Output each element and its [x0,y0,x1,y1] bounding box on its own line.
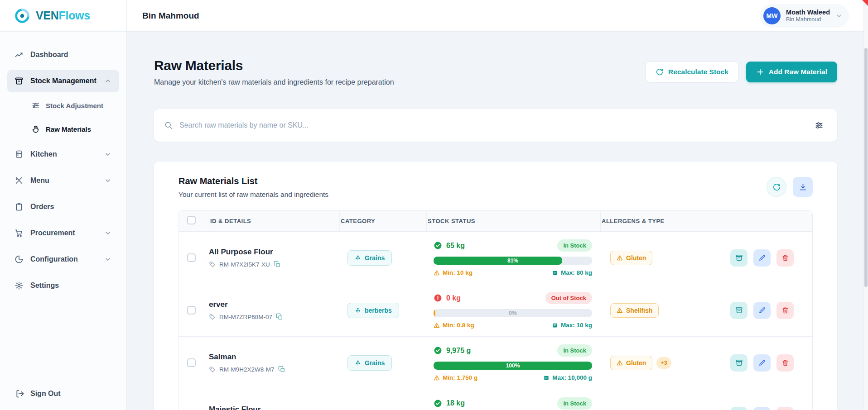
minmax-row: Min: 10 kg Max: 80 kg [434,269,592,276]
stock-adjust-button[interactable] [730,302,747,319]
progress-label: 81% [434,257,592,264]
sidebar-item-menu[interactable]: Menu [7,169,119,192]
quantity-value: 18 kg [446,399,465,407]
category-badge[interactable]: berberbs [347,303,399,318]
delete-button[interactable] [776,354,794,372]
sidebar-item-label: Settings [30,281,59,290]
row-checkbox[interactable] [187,306,196,315]
edit-button[interactable] [753,354,771,372]
allergen-badge[interactable]: Gluten [610,251,652,265]
copy-sku-button[interactable] [274,261,281,268]
search-input[interactable] [179,121,805,129]
sidebar-item-orders[interactable]: Orders [7,195,119,218]
warning-triangle-icon [434,375,440,381]
category-badge[interactable]: Grains [347,355,392,371]
status-badge: In Stock [557,344,592,357]
edit-button[interactable] [753,407,771,410]
scrollbar-thumb[interactable] [864,48,868,287]
hand-holding-icon [32,125,40,133]
trash-icon [781,359,789,367]
quantity-value: 65 kg [446,242,465,250]
brand[interactable]: VENFlows [0,0,127,31]
delete-button[interactable] [776,407,794,410]
category-label: Grains [365,254,385,262]
sidebar-item-raw-materials[interactable]: Raw Materials [24,119,119,139]
check-circle-icon [434,346,442,355]
alert-circle-icon [434,294,442,302]
sidebar-item-settings[interactable]: Settings [7,274,119,297]
recalculate-stock-button[interactable]: Recalculate Stock [645,62,739,82]
column-header-allergens-type: ALLERGENS & TYPE [600,211,712,231]
quantity-value: 9,975 g [446,347,471,355]
category-label: Grains [365,359,385,367]
column-header-actions [712,211,812,231]
page-subtitle: Manage your kitchen's raw materials and … [154,78,394,86]
sign-out-button[interactable]: Sign Out [15,389,61,398]
cart-icon [14,229,24,238]
delete-button[interactable] [776,302,794,319]
delete-button[interactable] [776,249,794,267]
gear-icon [14,281,24,290]
avatar: MW [763,7,781,24]
sidebar-item-configuration[interactable]: Configuration [7,248,119,271]
select-all-checkbox[interactable] [187,216,196,224]
min-level: Min: 0.8 kg [434,322,474,329]
user-menu[interactable]: MW Moath Waleed Bin Mahmoud [760,4,849,28]
refresh-list-button[interactable] [767,177,786,197]
tag-icon [209,366,216,373]
stock-adjust-button[interactable] [730,407,747,410]
archive-box-icon [735,306,743,314]
stock-adjust-button[interactable] [730,354,747,372]
archive-box-icon [735,254,743,262]
allergen-label: Gluten [626,254,646,262]
row-checkbox[interactable] [187,253,196,262]
allergen-badge[interactable]: Gluten [610,356,652,370]
download-icon [799,183,807,191]
trash-icon [781,306,789,314]
sidebar-item-stock-adjustment[interactable]: Stock Adjustment [24,95,119,116]
topbar: VENFlows Bin Mahmoud MW Moath Waleed Bin… [0,0,868,32]
max-capacity: Max: 80 kg [552,269,592,276]
row-checkbox[interactable] [187,358,196,367]
chevron-down-icon [104,150,112,158]
sidebar-item-dashboard[interactable]: Dashboard [7,43,119,66]
progress-label: 100% [434,362,592,369]
status-badge: In Stock [557,397,592,410]
grains-icon [355,255,361,261]
max-capacity-label: Max: 80 kg [561,269,592,276]
max-capacity-icon [552,322,558,329]
search-icon [164,121,173,130]
minmax-row: Min: 0.8 kg Max: 10 kg [434,322,592,329]
quantity: 9,975 g [434,346,471,355]
sidebar-item-stock-management[interactable]: Stock Management [7,70,119,92]
min-level: Min: 10 kg [434,269,473,276]
sidebar-item-label: Orders [30,203,54,211]
sidebar-item-label: Stock Management [30,77,96,85]
status-badge: In Stock [557,239,592,252]
stock-adjust-button[interactable] [730,249,747,267]
copy-sku-button[interactable] [276,313,283,320]
export-download-button[interactable] [793,177,813,197]
chevron-down-icon [104,255,112,263]
add-raw-material-button[interactable]: Add Raw Material [746,62,837,82]
check-circle-icon [434,241,442,250]
pencil-icon [758,306,766,314]
max-capacity: Max: 10,000 g [543,374,592,381]
allergen-badge[interactable]: Shellfish [610,303,659,318]
edit-button[interactable] [753,249,771,267]
pencil-icon [758,359,766,367]
allergen-extra-count[interactable]: +3 [656,357,671,369]
category-badge[interactable]: Grains [347,250,392,266]
sidebar-item-procurement[interactable]: Procurement [7,222,119,244]
minmax-row: Min: 1,750 g Max: 10,000 g [434,374,592,381]
grains-icon [355,307,361,314]
sidebar-item-kitchen[interactable]: Kitchen [7,143,119,166]
sliders-icon [32,101,40,110]
quantity: 65 kg [434,241,465,250]
scrollbar-track[interactable] [863,0,868,410]
filter-button[interactable] [811,117,827,133]
edit-button[interactable] [753,302,771,319]
copy-sku-button[interactable] [278,366,285,373]
warning-triangle-icon [617,255,623,261]
search-card [154,109,837,142]
